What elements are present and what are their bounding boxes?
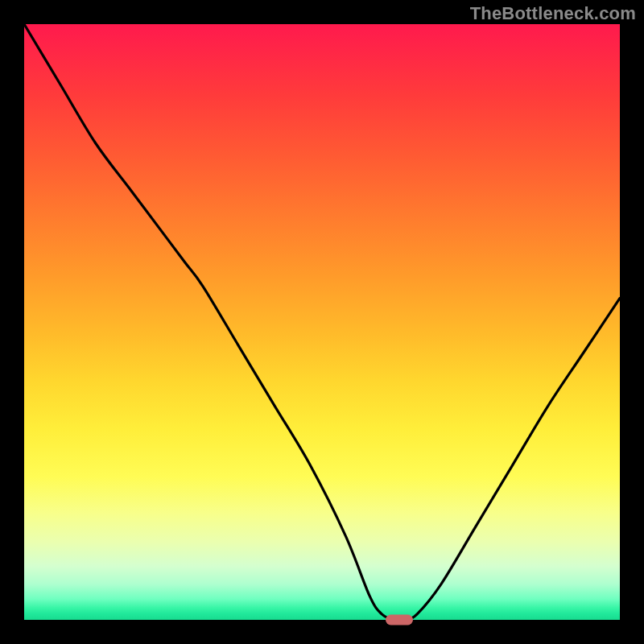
chart-frame: TheBottleneck.com: [0, 0, 644, 644]
gradient-plot-area: [24, 24, 620, 620]
watermark-label: TheBottleneck.com: [470, 3, 636, 24]
optimum-marker: [386, 615, 413, 625]
bottleneck-curve: [24, 24, 620, 620]
